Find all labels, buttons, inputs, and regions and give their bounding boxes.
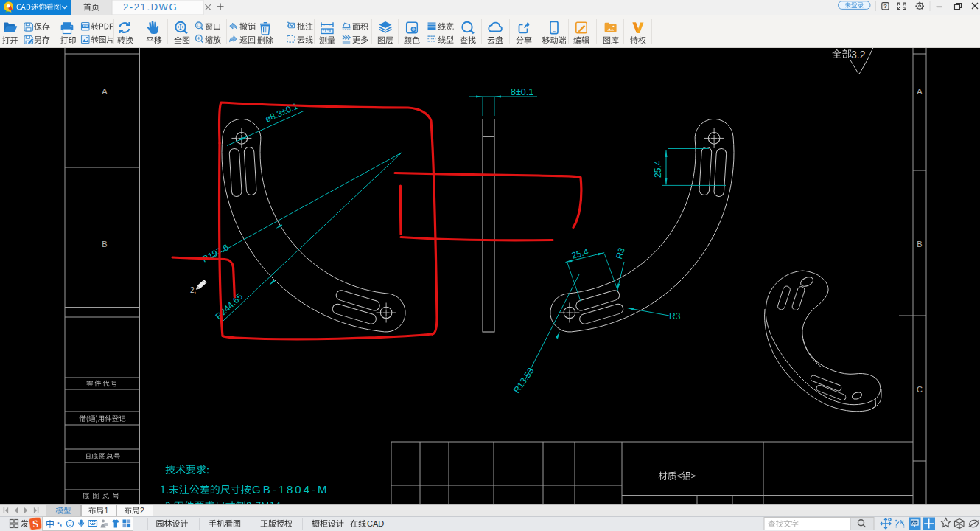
svg-text:25.4: 25.4	[653, 160, 663, 178]
svg-text:?: ?	[883, 3, 887, 10]
svg-text:PDF: PDF	[83, 25, 88, 28]
svg-text:A: A	[102, 87, 108, 96]
svg-text:3.2: 3.2	[851, 49, 866, 60]
svg-text:R3: R3	[669, 311, 681, 322]
svg-text:B: B	[102, 240, 107, 249]
svg-text:A: A	[917, 87, 923, 96]
svg-text:CAD: CAD	[367, 519, 384, 528]
svg-text:·,: ·,	[57, 519, 62, 527]
svg-text:8±0.1: 8±0.1	[511, 87, 533, 97]
svg-text:1: 1	[105, 506, 109, 515]
svg-text:GB-1804-M: GB-1804-M	[252, 483, 329, 496]
svg-text:2,: 2,	[190, 286, 196, 294]
svg-text:N: N	[900, 519, 904, 524]
svg-text:2-21.DWG: 2-21.DWG	[123, 1, 178, 13]
svg-text:B: B	[917, 240, 922, 249]
svg-text:2: 2	[140, 506, 144, 515]
svg-text:C: C	[917, 385, 923, 394]
